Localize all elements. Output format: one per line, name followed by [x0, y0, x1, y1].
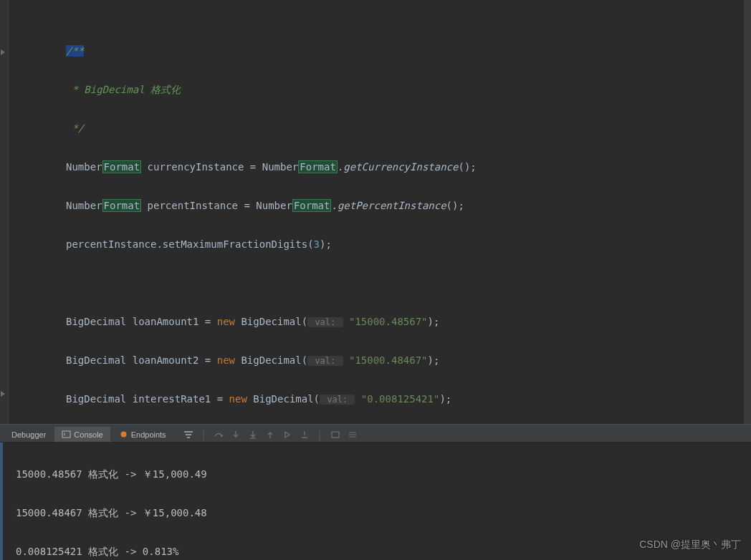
code-token: getCurrencyInstance [343, 161, 458, 173]
gutter-marker-icon [1, 49, 6, 55]
step-over-icon[interactable] [214, 430, 224, 440]
evaluate-icon[interactable] [330, 430, 340, 440]
param-hint: val: [307, 356, 343, 366]
code-content[interactable]: /** * BigDecimal 格式化 */ NumberFormat cur… [9, 0, 751, 424]
code-token: Number [66, 161, 102, 173]
step-out-icon[interactable] [265, 430, 275, 440]
code-highlight: Format [102, 199, 142, 212]
code-token: BigDecimal( [247, 393, 320, 405]
code-token: ); [428, 354, 440, 366]
code-token: "0.008125421" [361, 393, 440, 405]
svg-rect-2 [332, 432, 339, 438]
drop-frame-icon[interactable] [282, 430, 292, 440]
console-line: 15000.48467 格式化 -> ￥15,000.48 [16, 503, 744, 523]
tab-label: Endpoints [131, 430, 166, 439]
code-token: 3 [314, 238, 320, 250]
svg-point-1 [120, 432, 126, 438]
param-hint: val: [320, 395, 355, 405]
editor-scrollbar[interactable] [744, 0, 751, 424]
code-token: new [229, 393, 247, 405]
code-highlight: Format [102, 160, 142, 173]
code-highlight: Format [292, 199, 332, 212]
code-token: getPercentInstance [338, 200, 446, 211]
code-token: BigDecimal loanAmount2 = [66, 354, 217, 366]
tab-debugger[interactable]: Debugger [4, 428, 53, 442]
code-token: ); [428, 316, 440, 327]
code-token: new [217, 316, 235, 327]
tab-endpoints[interactable]: Endpoints [112, 427, 173, 442]
code-token: BigDecimal( [235, 354, 307, 366]
code-token: (); [458, 161, 476, 173]
code-token: "15000.48467" [349, 354, 428, 366]
console-icon [62, 430, 71, 439]
trace-icon[interactable] [348, 430, 358, 440]
code-token: ); [320, 238, 332, 250]
code-token: BigDecimal( [235, 316, 307, 327]
run-to-cursor-icon[interactable] [300, 430, 310, 440]
watermark: CSDN @提里奥丶弗丁 [639, 539, 741, 551]
comment: */ [66, 122, 84, 134]
code-token: percentInstance = Number [141, 200, 292, 211]
comment: /** [66, 45, 84, 57]
code-token: . [331, 200, 337, 211]
console-line: 15000.48567 格式化 -> ￥15,000.49 [16, 465, 744, 484]
console-toolbar: | | [175, 429, 358, 440]
filter-icon[interactable] [183, 430, 193, 440]
console-line: 0.008125421 格式化 -> 0.813% [16, 542, 744, 560]
debug-panel: Debugger Console Endpoints | | 15000.485… [0, 427, 751, 560]
svg-rect-0 [62, 431, 70, 438]
code-token: Number [66, 200, 102, 211]
tab-label: Console [74, 430, 102, 439]
tab-label: Debugger [11, 430, 46, 439]
gutter-marker-icon [1, 391, 6, 397]
code-token: BigDecimal loanAmount1 = [66, 316, 217, 327]
panel-tabs: Debugger Console Endpoints | | [0, 427, 751, 443]
tab-console[interactable]: Console [54, 427, 110, 442]
code-editor[interactable]: /** * BigDecimal 格式化 */ NumberFormat cur… [0, 0, 751, 424]
code-token: "15000.48567" [349, 316, 428, 327]
endpoints-icon [119, 430, 128, 439]
code-token: new [217, 354, 235, 366]
comment: * BigDecimal 格式化 [66, 84, 181, 95]
code-token: percentInstance.setMaximumFractionDigits… [66, 238, 314, 250]
code-highlight: Format [298, 160, 338, 173]
code-token: BigDecimal interestRate1 = [66, 393, 229, 405]
step-into-icon[interactable] [231, 430, 241, 440]
param-hint: val: [307, 317, 343, 327]
code-token: (); [446, 200, 464, 211]
editor-gutter [0, 0, 9, 424]
force-step-into-icon[interactable] [248, 430, 258, 440]
code-token: ); [439, 393, 451, 405]
code-token: currencyInstance = Number [141, 161, 298, 173]
console-output[interactable]: 15000.48567 格式化 -> ￥15,000.49 15000.4846… [0, 443, 751, 560]
